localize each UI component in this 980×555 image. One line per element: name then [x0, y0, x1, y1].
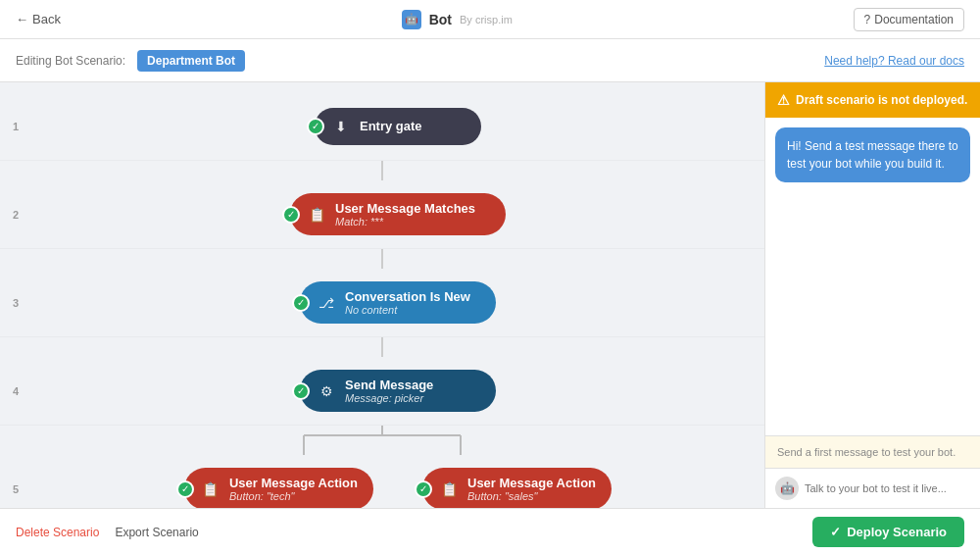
help-icon: ? — [864, 13, 871, 26]
row-num-2: 2 — [0, 209, 31, 221]
row5-nodes: ✓ 📋 User Message Action Button: "tech" ✓… — [184, 468, 612, 508]
calendar-icon-2: 📋 — [306, 204, 327, 226]
entry-gate-title: Entry gate — [360, 119, 422, 133]
back-label: Back — [32, 12, 61, 26]
back-button[interactable]: ← Back — [16, 12, 61, 26]
calendar-icon-5b: 📋 — [438, 479, 460, 500]
check-badge-2: ✓ — [282, 206, 300, 224]
check-badge-1: ✓ — [307, 118, 324, 135]
split-connector — [0, 426, 764, 455]
user-message-matches-node[interactable]: ✓ 📋 User Message Matches Match: *** — [290, 193, 506, 235]
user-message-action-2-sub: Button: "sales" — [467, 490, 596, 502]
user-message-action-1-node[interactable]: ✓ 📋 User Message Action Button: "tech" — [184, 468, 373, 508]
check-badge-5b: ✓ — [415, 480, 432, 498]
flow-row-5: 5 ✓ 📋 User Message Action Button: "tech" — [0, 455, 764, 508]
row-1-content: ✓ ⬇ Entry gate — [31, 108, 764, 145]
topbar: ← Back 🤖 Bot By crisp.im ? Documentation — [0, 0, 980, 39]
export-scenario-button[interactable]: Export Scenario — [115, 526, 198, 539]
topbar-left: ← Back — [16, 12, 61, 26]
calendar-icon-5a: 📋 — [200, 479, 221, 500]
app-subtitle: By crisp.im — [460, 14, 513, 25]
flow-row-3: 3 ✓ ⎇ Conversation Is New No content — [0, 269, 764, 337]
documentation-button[interactable]: ? Documentation — [854, 8, 964, 31]
row-5-content: ✓ 📋 User Message Action Button: "tech" ✓… — [31, 468, 764, 508]
user-message-action-2-node[interactable]: ✓ 📋 User Message Action Button: "sales" — [422, 468, 612, 508]
row-3-content: ✓ ⎇ Conversation Is New No content — [31, 281, 764, 324]
topbar-center: 🤖 Bot By crisp.im — [402, 10, 513, 29]
user-message-action-1-title: User Message Action — [229, 476, 358, 490]
chat-bubble: Hi! Send a test message there to test yo… — [775, 127, 970, 182]
user-message-matches-sub: Match: *** — [335, 216, 475, 227]
user-message-action-1-sub: Button: "tech" — [229, 490, 358, 502]
flow-container: 1 ✓ ⬇ Entry gate 2 — [0, 82, 764, 508]
user-message-action-2-title: User Message Action — [467, 476, 596, 490]
split-svg — [225, 426, 539, 455]
send-message-node[interactable]: ✓ ⚙ Send Message Message: picker — [300, 370, 496, 412]
connector-2-3 — [0, 249, 764, 269]
canvas[interactable]: 1 ✓ ⬇ Entry gate 2 — [0, 82, 764, 508]
flow-row-2: 2 ✓ 📋 User Message Matches Match: *** — [0, 180, 764, 249]
warning-icon: ⚠ — [777, 92, 790, 108]
deploy-scenario-button[interactable]: ✓ Deploy Scenario — [812, 517, 964, 547]
row-num-1: 1 — [0, 121, 31, 132]
check-badge-5a: ✓ — [176, 480, 194, 498]
conversation-is-new-sub: No content — [345, 304, 470, 316]
back-arrow-icon: ← — [16, 12, 28, 26]
delete-scenario-button[interactable]: Delete Scenario — [16, 526, 99, 539]
flow-row-1: 1 ✓ ⬇ Entry gate — [0, 92, 764, 161]
talk-input[interactable] — [805, 482, 970, 494]
check-badge-3: ✓ — [292, 294, 310, 312]
gear-icon-4: ⚙ — [316, 380, 337, 402]
entry-gate-node[interactable]: ✓ ⬇ Entry gate — [315, 108, 481, 145]
entry-gate-icon: ⬇ — [330, 116, 352, 137]
chat-bubble-text: Hi! Send a test message there to test yo… — [787, 139, 958, 171]
row-2-content: ✓ 📋 User Message Matches Match: *** — [31, 193, 764, 235]
deploy-label: Deploy Scenario — [847, 525, 947, 539]
send-message-text: Send Message Message: picker — [345, 378, 433, 404]
right-panel-bottom: Send a first message to test your bot. 🤖 — [765, 435, 980, 508]
help-link[interactable]: Need help? Read our docs — [824, 54, 964, 68]
app-title: Bot — [429, 12, 452, 27]
row-num-4: 4 — [0, 385, 31, 397]
user-message-action-1-text: User Message Action Button: "tech" — [229, 476, 358, 502]
docs-label: Documentation — [874, 13, 954, 26]
deploy-warning-text: Draft scenario is not deployed. — [796, 93, 967, 107]
bot-avatar: 🤖 — [775, 477, 799, 500]
conversation-is-new-text: Conversation Is New No content — [345, 289, 470, 316]
main: 1 ✓ ⬇ Entry gate 2 — [0, 82, 980, 508]
branch-icon: ⎇ — [316, 292, 337, 314]
deploy-check-icon: ✓ — [830, 525, 841, 539]
entry-gate-text: Entry gate — [360, 119, 422, 133]
editing-label: Editing Bot Scenario: — [16, 54, 125, 68]
chat-input-area: 🤖 — [765, 469, 980, 508]
user-message-matches-text: User Message Matches Match: *** — [335, 201, 475, 227]
topbar-right: ? Documentation — [854, 8, 964, 31]
send-message-title: Send Message — [345, 378, 433, 392]
first-message-text: Send a first message to test your bot. — [777, 446, 956, 458]
row-num-3: 3 — [0, 297, 31, 309]
conversation-is-new-title: Conversation Is New — [345, 289, 470, 304]
check-badge-4: ✓ — [292, 382, 310, 400]
connector-1-2 — [0, 161, 764, 180]
right-panel: ⚠ Draft scenario is not deployed. Hi! Se… — [764, 82, 980, 508]
row-num-5: 5 — [0, 483, 31, 495]
deploy-warning-banner: ⚠ Draft scenario is not deployed. — [765, 82, 980, 118]
user-message-action-2-text: User Message Action Button: "sales" — [467, 476, 596, 502]
conversation-is-new-node[interactable]: ✓ ⎇ Conversation Is New No content — [300, 281, 496, 324]
bot-name-badge[interactable]: Department Bot — [137, 50, 245, 72]
send-message-sub: Message: picker — [345, 392, 433, 404]
row-4-content: ✓ ⚙ Send Message Message: picker — [31, 370, 764, 412]
subheader: Editing Bot Scenario: Department Bot Nee… — [0, 39, 980, 82]
bot-icon: 🤖 — [402, 10, 421, 29]
bottombar: Delete Scenario Export Scenario ✓ Deploy… — [0, 508, 980, 555]
first-message-hint: Send a first message to test your bot. — [765, 436, 980, 469]
user-message-matches-title: User Message Matches — [335, 201, 475, 216]
flow-row-4: 4 ✓ ⚙ Send Message Message: picker — [0, 357, 764, 426]
connector-3-4 — [0, 337, 764, 357]
